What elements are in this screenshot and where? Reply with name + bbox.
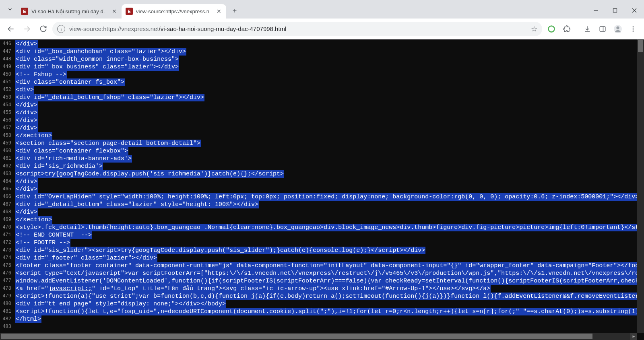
puzzle-icon [563,25,570,33]
vertical-scroll-thumb[interactable] [638,40,643,52]
line-number: 461 [2,155,11,163]
source-line: <style>.fck_detail>.thumb{height:auto}.b… [15,224,639,231]
source-line: <script>!function(a){"use strict";var b=… [15,293,639,300]
tab-close-button[interactable]: ✕ [111,8,118,14]
line-number: 475 [2,262,11,270]
source-line: </div> [15,117,639,124]
minimize-button[interactable] [586,2,605,19]
line-number: 465 [2,185,11,193]
source-line: </div> [15,40,639,48]
window-controls [586,2,644,19]
horizontal-scrollbar[interactable]: ▶ [0,333,637,340]
source-line: <div id='sis_richmedia'> [15,163,639,170]
source-line: <div id="OverLapHiden" style="width:100%… [15,193,639,201]
source-line: <div id="_detail_bottom" class="lazier" … [15,201,639,208]
source-line: <div id="sis_slider"><script>try{googTag… [15,247,639,254]
toolbar-divider [577,25,577,33]
line-number: 449 [2,63,11,71]
maximize-button[interactable] [605,2,625,19]
line-number: 453 [2,94,11,101]
vertical-scrollbar[interactable] [637,39,644,333]
line-number: 482 [2,315,11,323]
line-number: 468 [2,208,11,216]
kebab-icon [630,25,637,33]
source-line: <div id="_box_danhchoban" class="lazier"… [15,48,639,56]
reload-icon [39,25,47,33]
line-number: 483 [2,323,11,331]
line-number: 472 [2,239,11,247]
line-number: 451 [2,78,11,86]
line-number: 458 [2,132,11,140]
extension-coccoc-icon[interactable] [545,22,558,36]
extensions-button[interactable] [560,22,574,36]
reload-button[interactable] [36,22,50,36]
line-number: 467 [2,201,11,208]
address-bar[interactable]: i view-source:https://vnexpress.net/vi-s… [52,22,542,36]
line-number: 474 [2,254,11,262]
line-number: 473 [2,247,11,254]
tab-favicon: E [126,8,133,15]
line-number-gutter: 4464474484494504514524534544554564574584… [0,39,14,340]
svg-point-12 [633,26,634,27]
source-line: </div> [15,208,639,216]
new-tab-button[interactable]: + [229,5,241,17]
tab-title: view-source:https://vnexpress.n [136,8,216,14]
line-number: 446 [2,40,11,48]
green-circle-icon [547,25,555,33]
source-line: <script type="text/javascript">var scrip… [15,270,639,277]
back-button[interactable] [4,22,18,36]
horizontal-scroll-right-arrow[interactable]: ▶ [630,333,637,340]
line-number: 456 [2,117,11,124]
sidepanel-button[interactable] [596,22,609,36]
source-line: </div> [15,185,639,193]
source-line: <div id="_detail_bottom_fshop" class="la… [15,94,639,101]
line-number: 477 [2,277,11,285]
bookmark-star-icon[interactable]: ☆ [531,25,537,33]
svg-point-14 [633,30,634,31]
line-number: 479 [2,293,11,300]
browser-toolbar: i view-source:https://vnexpress.net/vi-s… [0,19,644,39]
source-line: <div class="container flexbox"> [15,147,639,155]
source-line: <a href="javascript:;" id="to_top" title… [15,285,639,293]
downloads-button[interactable] [580,22,594,36]
source-line: <script>!function(){let t,e="fosp_uid=",… [15,308,639,315]
line-number: 452 [2,86,11,94]
tab-close-button[interactable]: ✕ [216,8,222,14]
source-line: </div> [15,101,639,109]
forward-button[interactable] [20,22,34,36]
arrow-right-icon [23,25,31,33]
chevron-down-icon [7,6,13,12]
horizontal-scroll-thumb[interactable] [1,334,592,339]
line-number: 481 [2,308,11,315]
toolbar-actions [545,22,640,36]
source-line: <div class="container fs_box"> [15,78,639,86]
line-number: 464 [2,178,11,185]
site-info-icon[interactable]: i [57,25,65,33]
line-number: 462 [2,163,11,170]
profile-button[interactable] [611,22,625,36]
line-number: 450 [2,71,11,78]
source-line: </div> [15,109,639,117]
source-line: window.addEventListener('DOMContentLoade… [15,277,639,285]
url-text: view-source:https://vnexpress.net/vi-sao… [69,25,531,32]
panel-icon [599,25,606,33]
browser-tab[interactable]: EVì sao Hà Nội sương mù dày đ.✕ [17,4,122,19]
maximize-icon [613,8,617,13]
source-line: <div> [15,86,639,94]
tabs-dropdown-button[interactable] [3,2,17,16]
line-number: 454 [2,101,11,109]
close-icon [632,8,637,13]
close-window-button[interactable] [625,2,644,19]
source-line: <!-- Fshop --> [15,71,639,78]
source-line: <!-- FOOTER --> [15,239,639,247]
line-number: 463 [2,170,11,178]
svg-point-11 [616,26,619,29]
browser-tab[interactable]: Eview-source:https://vnexpress.n✕ [122,4,226,19]
line-number: 459 [2,140,11,147]
tab-title: Vì sao Hà Nội sương mù dày đ. [31,8,111,14]
line-number: 448 [2,56,11,63]
menu-button[interactable] [626,22,640,36]
source-code-area[interactable]: </div><div id="_box_danhchoban" class="l… [14,39,641,340]
source-line: <script>try{googTagCode.display.push('si… [15,170,639,178]
source-viewer: 4464474484494504514524534544554564574584… [0,39,644,340]
